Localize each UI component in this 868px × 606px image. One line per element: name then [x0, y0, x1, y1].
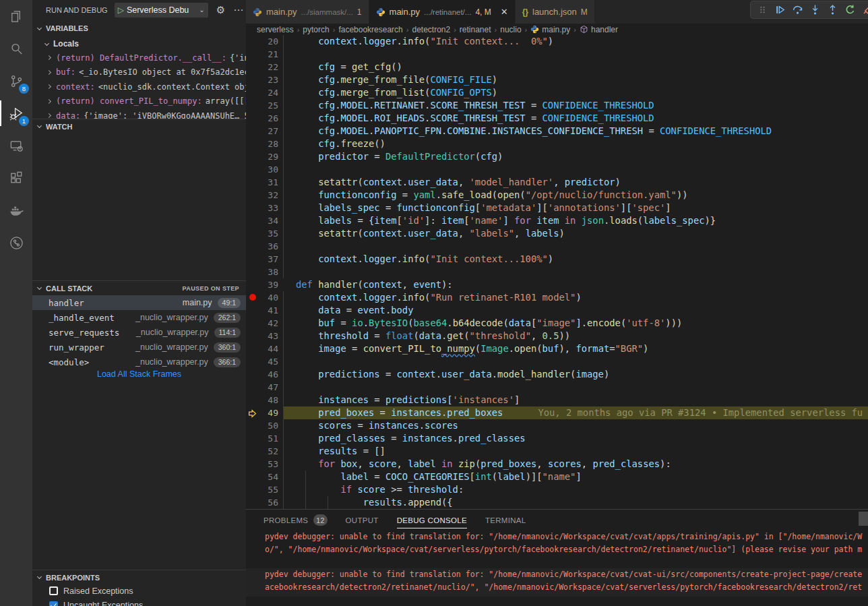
breadcrumb-item[interactable]: main.py: [530, 25, 570, 34]
disconnect-button[interactable]: [860, 3, 868, 18]
breakpoint-margin[interactable]: [246, 266, 261, 278]
code-line[interactable]: 26 cfg.MODEL.ROI_HEADS.SCORE_THRESH_TEST…: [246, 112, 868, 125]
code-line[interactable]: 41 data = event.body: [246, 304, 868, 317]
code-line[interactable]: 55 if score >= threshold:: [246, 483, 868, 496]
breakpoint-margin[interactable]: [246, 73, 261, 86]
code-line[interactable]: 24 cfg.merge_from_list(CONFIG_OPTS): [246, 86, 868, 99]
code-line[interactable]: 21: [246, 48, 868, 61]
code-line[interactable]: 31 setattr(context.user_data, 'model_han…: [246, 176, 868, 189]
code-line[interactable]: 54 label = COCO_CATEGORIES[int(label)]["…: [246, 471, 868, 483]
breakpoint-margin[interactable]: [246, 202, 261, 214]
breakpoint-margin[interactable]: [246, 445, 261, 458]
code-line[interactable]: 44 image = convert_PIL_to_numpy(Image.op…: [246, 342, 868, 355]
breakpoint-margin[interactable]: [246, 278, 261, 291]
close-icon[interactable]: ✕: [501, 7, 508, 17]
panel-tab[interactable]: PROBLEMS12: [264, 510, 328, 531]
breakpoint-margin[interactable]: [246, 342, 261, 355]
code-line[interactable]: 43 threshold = float(data.get("threshold…: [246, 330, 868, 342]
code-line[interactable]: 48 instances = predictions['instances']: [246, 394, 868, 406]
variable-row[interactable]: data:{'image': 'iVBORw0KGgoAAAANSUhE… 55: [32, 109, 246, 119]
panel-tab[interactable]: DEBUG CONSOLE: [397, 510, 467, 531]
editor-tab[interactable]: main.py.../siammask/...1: [246, 0, 369, 24]
call-stack-frame[interactable]: handlermain.py49:1: [32, 295, 246, 310]
breakpoint-margin[interactable]: [246, 189, 261, 202]
code-line[interactable]: 28 cfg.freeze(): [246, 138, 868, 150]
breakpoint-margin[interactable]: [246, 291, 261, 304]
variables-section-header[interactable]: VARIABLES: [32, 21, 246, 36]
run-and-debug-icon[interactable]: 1: [0, 97, 32, 129]
breadcrumb-item[interactable]: facebookresearch: [338, 25, 402, 34]
start-debug-icon[interactable]: ▷: [118, 5, 124, 15]
more-actions-icon[interactable]: ⋯: [233, 4, 243, 16]
breadcrumb-item[interactable]: retinanet: [460, 25, 491, 34]
code-line[interactable]: 53 for box, score, label in zip(pred_box…: [246, 458, 868, 471]
restart-button[interactable]: [842, 3, 857, 18]
source-control-icon[interactable]: 8: [0, 65, 32, 97]
breadcrumb-item[interactable]: nuclio: [500, 25, 521, 34]
chevron-right-icon[interactable]: [46, 99, 51, 104]
breakpoint-margin[interactable]: [246, 214, 261, 227]
explorer-icon[interactable]: [0, 0, 32, 32]
code-line[interactable]: 38: [246, 266, 868, 278]
remote-explorer-icon[interactable]: [0, 129, 32, 162]
breakpoint-icon[interactable]: [249, 294, 256, 301]
call-stack-frame[interactable]: <module>_nuclio_wrapper.py366:1: [32, 355, 246, 369]
code-line[interactable]: 23 cfg.merge_from_file(CONFIG_FILE): [246, 73, 868, 86]
docker-icon[interactable]: [0, 194, 32, 226]
breakpoint-margin[interactable]: [246, 138, 261, 150]
breakpoint-margin[interactable]: [246, 240, 261, 253]
breakpoint-margin[interactable]: [246, 61, 261, 73]
breakpoint-margin[interactable]: [246, 381, 261, 394]
code-line[interactable]: 33 labels_spec = functionconfig['metadat…: [246, 202, 868, 214]
git-graph-icon[interactable]: [0, 226, 32, 259]
code-line[interactable]: 30: [246, 163, 868, 176]
breakpoint-margin[interactable]: [246, 176, 261, 189]
breadcrumb-item[interactable]: pytorch: [303, 25, 329, 34]
gear-icon[interactable]: ⚙: [216, 4, 225, 16]
breadcrumb-item[interactable]: detectron2: [412, 25, 450, 34]
breakpoints-section-header[interactable]: BREAKPOINTS: [32, 570, 246, 584]
variable-row[interactable]: buf:<_io.BytesIO object at 0x7f5a2dc1ecc…: [32, 65, 246, 80]
code-line[interactable]: 27 cfg.MODEL.PANOPTIC_FPN.COMBINE.INSTAN…: [246, 125, 868, 138]
code-line[interactable]: 35 setattr(context.user_data, "labels", …: [246, 227, 868, 240]
breakpoint-margin[interactable]: [246, 163, 261, 176]
debug-config-select[interactable]: ▷ Serverless Debu ⌄: [115, 3, 208, 18]
code-line[interactable]: 51 pred_classes = instances.pred_classes: [246, 432, 868, 445]
code-line[interactable]: 25 cfg.MODEL.RETINANET.SCORE_THRESH_TEST…: [246, 99, 868, 112]
breakpoint-margin[interactable]: [246, 496, 261, 509]
load-all-stack-frames-link[interactable]: Load All Stack Frames: [32, 369, 246, 379]
search-icon[interactable]: [0, 32, 32, 65]
breakpoint-margin[interactable]: [246, 125, 261, 138]
breakpoint-row[interactable]: Uncaught Exceptions: [32, 599, 246, 606]
breakpoint-margin[interactable]: [246, 253, 261, 266]
locals-scope[interactable]: Locals: [32, 36, 246, 51]
checkbox-checked[interactable]: [49, 601, 58, 606]
breakpoint-margin[interactable]: [246, 368, 261, 381]
breakpoint-margin[interactable]: [246, 86, 261, 99]
breakpoint-margin[interactable]: [246, 394, 261, 406]
chevron-right-icon[interactable]: [46, 84, 51, 89]
breakpoint-margin[interactable]: [246, 471, 261, 483]
step-into-button[interactable]: [807, 3, 822, 18]
variable-row[interactable]: (return) convert_PIL_to_numpy:array([[[ …: [32, 94, 246, 109]
breadcrumb-item[interactable]: handler: [580, 25, 618, 34]
panel-tab[interactable]: OUTPUT: [346, 510, 379, 531]
code-line[interactable]: 29 predictor = DefaultPredictor(cfg): [246, 150, 868, 163]
breakpoint-margin[interactable]: [246, 330, 261, 342]
extensions-icon[interactable]: [0, 162, 32, 194]
breakpoint-margin[interactable]: [246, 99, 261, 112]
call-stack-frame[interactable]: _handle_event_nuclio_wrapper.py262:1: [32, 310, 246, 325]
call-stack-frame[interactable]: serve_requests_nuclio_wrapper.py114:1: [32, 325, 246, 340]
breakpoint-margin[interactable]: [246, 406, 261, 419]
breakpoint-margin[interactable]: [246, 355, 261, 368]
breakpoint-margin[interactable]: [246, 432, 261, 445]
code-line[interactable]: 40 context.logger.info("Run retinanet-R1…: [246, 291, 868, 304]
variable-row[interactable]: context:<nuclio_sdk.context.Context obje…: [32, 80, 246, 94]
code-line[interactable]: 39def handler(context, event):: [246, 278, 868, 291]
chevron-right-icon[interactable]: [46, 55, 51, 60]
breakpoint-margin[interactable]: [246, 458, 261, 471]
breakpoint-margin[interactable]: [246, 317, 261, 330]
code-line[interactable]: 50 scores = instances.scores: [246, 419, 868, 432]
watch-section-header[interactable]: WATCH: [32, 119, 246, 133]
code-line[interactable]: 32 functionconfig = yaml.safe_load(open(…: [246, 189, 868, 202]
